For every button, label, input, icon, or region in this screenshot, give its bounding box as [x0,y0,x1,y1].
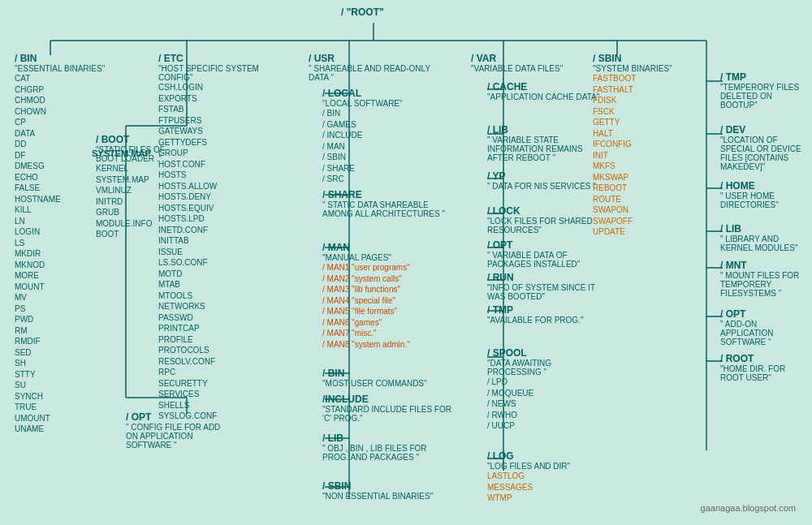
var-lib-desc: " VARIABLE STATE INFORMATION REMAINS AFT… [487,136,605,162]
var-yp-node: / YP " DATA FOR NIS SERVICES " [487,170,605,191]
sbin-title: / SBIN [593,53,706,64]
usr-man-items: / MAN1 "user programs" / MAN2 "system ca… [322,262,477,350]
var-lib-node: / LIB " VARIABLE STATE INFORMATION REMAI… [487,124,605,162]
bin-desc: "ESSENTIAL BINARIES" [15,64,112,73]
root-home-title: / ROOT [720,353,810,364]
usr-include-node: /INCLUDE "STANDARD INCLUDE FILES FOR 'C'… [322,394,452,423]
usr-local-title: / LOCAL [322,88,444,99]
var-node: / VAR "VARIABLE DATA FILES" [471,53,589,73]
usr-lib-desc: " OBJ , BIN , LIB FILES FOR PROG. AND PA… [322,444,452,462]
root-node: / "ROOT" [341,6,384,18]
root-title: / "ROOT" [341,6,384,18]
var-opt-node: / OPT " VARIABLE DATA OF PACKAGES INSTAL… [487,239,605,269]
var-cache-title: / CACHE [487,81,601,93]
var-spool-items: / LPD/ MOQUEUE/ NEWS/ RWHO/ UUCP [487,377,605,432]
usr-share-desc: " STATIC DATA SHAREABLE AMONG ALL ARCHIT… [322,200,452,218]
dev-title: / DEV [720,124,810,136]
var-lock-node: / LOCK "LOCK FILES FOR SHARED RESOURCES" [487,205,605,235]
usr-lib-node: / LIB " OBJ , BIN , LIB FILES FOR PROG. … [322,432,452,462]
var-tmp-title: / TMP [487,304,605,316]
opt-right-node: / OPT " ADD-ON APPLICATION SOFTWARE " [720,308,810,346]
dev-node: / DEV "LOCATION OF SPECIAL OR DEVICE FIL… [720,124,810,171]
watermark: gaanagaa.blogspot.com [701,503,796,513]
usr-desc: " SHAREABLE AND READ-ONLY DATA " [309,64,438,82]
var-yp-desc: " DATA FOR NIS SERVICES " [487,182,605,191]
var-cache-node: / CACHE "APPLICATION CACHE DATA" [487,81,601,101]
opt-right-desc: " ADD-ON APPLICATION SOFTWARE " [720,320,810,346]
tmp-right-node: / TMP "TEMPERORY FILES DELETED ON BOOTUP… [720,71,810,110]
var-desc: "VARIABLE DATA FILES" [471,64,589,73]
var-log-items: LASTLOGMESSAGESWTMP [487,471,605,504]
dev-desc: "LOCATION OF SPECIAL OR DEVICE FILES [CO… [720,136,810,171]
var-cache-desc: "APPLICATION CACHE DATA" [487,93,601,101]
usr-local-desc: "LOCAL SOFTWARE" [322,99,444,108]
lib-right-title: / LIB [720,223,810,235]
tmp-right-title: / TMP [720,71,810,83]
usr-bin-title: / BIN [322,368,452,379]
var-lock-desc: "LOCK FILES FOR SHARED RESOURCES" [487,217,605,235]
etc-opt-desc: " CONFIG FILE FOR ADD ON APPLICATION SOF… [126,423,223,450]
mnt-desc: " MOUNT FILES FOR TEMPORERY FILESYSTEMS … [720,271,810,298]
var-run-title: / RUN [487,272,605,283]
etc-opt-title: / OPT [126,411,223,423]
var-run-node: / RUN "INFO OF SYSTEM SINCE IT WAS BOOTE… [487,272,605,301]
sbin-node: / SBIN "SYSTEM BINARIES" FASTBOOTFASTHAL… [593,53,706,238]
var-run-desc: "INFO OF SYSTEM SINCE IT WAS BOOTED" [487,283,605,301]
var-spool-desc: "DATA AWAITING PROCESSING " [487,359,605,377]
usr-sbin-title: / SBIN [322,480,452,492]
bin-items: CATCHGRPCHMODCHOWNCPDATADDDFDMESGECHOFAL… [15,73,112,435]
usr-include-title: /INCLUDE [322,394,452,405]
usr-node: / USR " SHAREABLE AND READ-ONLY DATA " [309,53,438,82]
opt-right-title: / OPT [720,308,810,320]
lib-right-node: / LIB " LIBRARY AND KERNEL MODULES" [720,223,810,252]
usr-include-desc: "STANDARD INCLUDE FILES FOR 'C' PROG." [322,405,452,423]
usr-sbin-node: / SBIN "NON ESSENTIAL BINARIES" [322,480,452,501]
var-opt-title: / OPT [487,239,605,251]
sbin-items: FASTBOOTFASTHALTFDISKFSCKGETTYHALTIFCONF… [593,73,706,238]
page: / "ROOT" SYSTEM MAP / BIN "ESSENTIAL BIN… [0,0,812,525]
home-title: / HOME [720,180,810,191]
sbin-desc: "SYSTEM BINARIES" [593,64,706,73]
usr-lib-title: / LIB [322,432,452,444]
usr-bin-desc: "MOST USER COMMANDS" [322,379,452,388]
home-node: / HOME " USER HOME DIRECTORIES" [720,180,810,209]
var-lib-title: / LIB [487,124,605,136]
etc-desc: "HOST SPECIFIC SYSTEM CONFIG" [158,64,272,82]
etc-opt-node: / OPT " CONFIG FILE FOR ADD ON APPLICATI… [126,411,223,450]
var-tmp-node: / TMP "AVAILABLE FOR PROG." [487,304,605,325]
usr-man-node: / MAN "MANUAL PAGES" / MAN1 "user progra… [322,242,477,350]
var-lock-title: / LOCK [487,205,605,217]
var-log-desc: "LOG FILES AND DIR" [487,462,605,471]
usr-sbin-desc: "NON ESSENTIAL BINARIES" [322,492,452,501]
usr-share-node: / SHARE " STATIC DATA SHAREABLE AMONG AL… [322,189,452,218]
var-tmp-desc: "AVAILABLE FOR PROG." [487,316,605,325]
usr-man-desc: "MANUAL PAGES" [322,253,477,262]
root-home-desc: "HOME DIR. FOR ROOT USER" [720,364,810,382]
var-log-node: / LOG "LOG FILES AND DIR" LASTLOGMESSAGE… [487,450,605,504]
var-spool-title: / SPOOL [487,347,605,359]
var-yp-title: / YP [487,170,605,182]
lib-right-desc: " LIBRARY AND KERNEL MODULES" [720,235,810,252]
var-title: / VAR [471,53,589,64]
tmp-right-desc: "TEMPERORY FILES DELETED ON BOOTUP" [720,83,810,110]
mnt-node: / MNT " MOUNT FILES FOR TEMPORERY FILESY… [720,260,810,298]
bin-node: / BIN "ESSENTIAL BINARIES" CATCHGRPCHMOD… [15,53,112,435]
usr-share-title: / SHARE [322,189,452,200]
usr-local-items: / BIN/ GAMES/ INCLUDE/ MAN/ SBIN/ SHARE/… [322,108,444,185]
mnt-title: / MNT [720,260,810,271]
var-opt-desc: " VARIABLE DATA OF PACKAGES INSTALLED" [487,251,605,269]
home-desc: " USER HOME DIRECTORIES" [720,191,810,209]
bin-title: / BIN [15,53,112,64]
usr-bin-node: / BIN "MOST USER COMMANDS" [322,368,452,388]
usr-title: / USR [309,53,438,64]
etc-title: / ETC [158,53,272,64]
etc-node: / ETC "HOST SPECIFIC SYSTEM CONFIG" CSH.… [158,53,272,422]
usr-local-node: / LOCAL "LOCAL SOFTWARE" / BIN/ GAMES/ I… [322,88,444,185]
var-log-title: / LOG [487,450,605,462]
var-spool-node: / SPOOL "DATA AWAITING PROCESSING " / LP… [487,347,605,432]
root-home-node: / ROOT "HOME DIR. FOR ROOT USER" [720,353,810,382]
etc-items: CSH.LOGINEXPORTSFSTABFTPUSERSGATEWAYSGET… [158,82,272,422]
usr-man-title: / MAN [322,242,477,253]
